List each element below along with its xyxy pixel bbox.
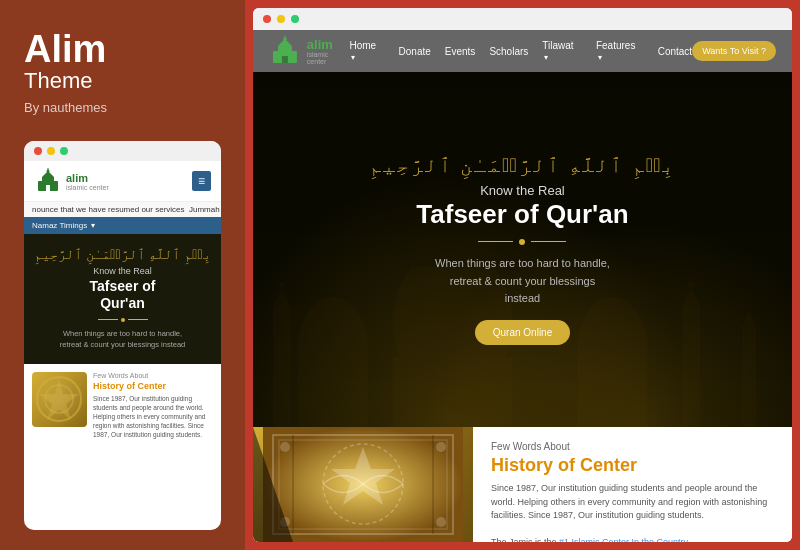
nav-donate[interactable]: Donate xyxy=(399,46,431,57)
dot-red xyxy=(34,147,42,155)
mobile-tafseer-title: Tafseer ofQur'an xyxy=(32,278,213,312)
dot-yellow xyxy=(47,147,55,155)
bottom-text-content: Few Words About History of Center Since … xyxy=(473,427,792,542)
hero-tafseer-title: Tafseer of Qur'an xyxy=(369,200,677,229)
brand-title: Alim xyxy=(24,30,221,68)
browser-dot-green xyxy=(291,15,299,23)
mobile-history-text: Few Words About History of Center Since … xyxy=(93,372,213,439)
desktop-nav: alim islamic center Home ▾ Donate Events… xyxy=(253,30,792,72)
svg-rect-3 xyxy=(46,185,50,191)
svg-rect-1 xyxy=(42,177,54,182)
mobile-history-desc: Since 1987, Our institution guiding stud… xyxy=(93,394,213,439)
hero-content: بِسۡمِ ٱللَّهِ ٱلرَّحۡمَـٰنِ ٱلرَّحِيمِ … xyxy=(369,154,677,344)
history-description: Since 1987, Our institution guiding stud… xyxy=(491,482,774,542)
nav-scholars[interactable]: Scholars xyxy=(489,46,528,57)
mobile-arabic-text: بِسۡمِ ٱللَّهِ ٱلرَّحۡمَـٰنِ ٱلرَّحِيمِ xyxy=(32,246,213,262)
svg-marker-8 xyxy=(39,378,79,420)
hero-divider-right xyxy=(531,241,566,242)
hero-section: بِسۡمِ ٱللَّهِ ٱلرَّحۡمَـٰنِ ٱلرَّحِيمِ … xyxy=(253,72,792,427)
desktop-logo-tagline: islamic center xyxy=(307,51,350,65)
mobile-bottom-section: Few Words About History of Center Since … xyxy=(24,364,221,447)
svg-point-33 xyxy=(280,442,290,452)
quran-online-button[interactable]: Quran Online xyxy=(475,320,570,345)
desktop-mosque-icon xyxy=(269,35,301,67)
svg-rect-12 xyxy=(282,56,288,63)
mobile-hero-section: بِسۡمِ ٱللَّهِ ٱلرَّحۡمَـٰنِ ٱلرَّحِيمِ … xyxy=(24,234,221,364)
bottom-section: Few Words About History of Center Since … xyxy=(253,427,792,542)
ornament-svg xyxy=(32,372,87,427)
browser-dot-yellow xyxy=(277,15,285,23)
wants-to-visit-button[interactable]: Wants To Visit ? xyxy=(692,41,776,61)
history-ornament-image xyxy=(253,427,473,542)
history-title: History of Center xyxy=(491,455,774,476)
brand-section: Alim Theme By nauthemes xyxy=(24,30,221,137)
mosque-icon xyxy=(34,167,62,195)
mobile-preview: alim islamic center ≡ nounce that we hav… xyxy=(24,141,221,530)
nav-events[interactable]: Events xyxy=(445,46,476,57)
desktop-logo-texts: alim islamic center xyxy=(307,38,350,65)
svg-point-34 xyxy=(436,442,446,452)
browser-dot-red xyxy=(263,15,271,23)
nav-features[interactable]: Features ▾ xyxy=(596,40,644,62)
namaz-label: Namaz Timings xyxy=(32,221,87,230)
mobile-history-title: History of Center xyxy=(93,381,213,391)
mobile-ticker: nounce that we have resumed our services… xyxy=(24,202,221,217)
nav-contact[interactable]: Contact xyxy=(658,46,692,57)
right-panel: alim islamic center Home ▾ Donate Events… xyxy=(245,0,800,550)
desktop-nav-links: Home ▾ Donate Events Scholars Tilawat ▾ … xyxy=(349,40,692,62)
dot-green xyxy=(60,147,68,155)
svg-rect-10 xyxy=(278,46,292,52)
hero-divider xyxy=(369,239,677,245)
left-sidebar: Alim Theme By nauthemes xyxy=(0,0,245,550)
history-desc-link: The Jamic is the #1 Islamic Center In th… xyxy=(491,537,688,542)
svg-point-36 xyxy=(436,517,446,527)
mobile-ornament-image xyxy=(32,372,87,427)
divider-line-right xyxy=(128,319,148,320)
arabic-calligraphy: بِسۡمِ ٱللَّهِ ٱلرَّحۡمَـٰنِ ٱلرَّحِيمِ xyxy=(369,154,677,177)
divider-center-dot xyxy=(121,318,125,322)
nav-home[interactable]: Home ▾ xyxy=(349,40,384,62)
brand-subtitle: Theme xyxy=(24,68,221,94)
mobile-logo: alim islamic center xyxy=(34,167,109,195)
mobile-know-text: Know the Real xyxy=(32,266,213,276)
namaz-caret: ▾ xyxy=(91,221,95,230)
desktop-logo-name: alim xyxy=(307,38,350,51)
browser-bar xyxy=(253,8,792,30)
mobile-divider xyxy=(32,318,213,322)
mobile-few-words: Few Words About xyxy=(93,372,213,379)
browser-window: alim islamic center Home ▾ Donate Events… xyxy=(253,8,792,542)
desktop-logo: alim islamic center xyxy=(269,35,349,67)
mobile-nav: alim islamic center ≡ xyxy=(24,161,221,202)
hero-divider-left xyxy=(478,241,513,242)
svg-point-7 xyxy=(45,385,73,413)
hero-divider-dot xyxy=(519,239,525,245)
hamburger-button[interactable]: ≡ xyxy=(192,171,211,191)
mobile-logo-tagline: islamic center xyxy=(66,184,109,191)
mobile-namaz-timings[interactable]: Namaz Timings ▾ xyxy=(24,217,221,234)
divider-line-left xyxy=(98,319,118,320)
brand-by: By nauthemes xyxy=(24,100,221,115)
mobile-tagline: When things are too hard to handle,retre… xyxy=(32,328,213,351)
svg-point-6 xyxy=(37,377,81,421)
mobile-logo-name: alim xyxy=(66,172,109,184)
hero-tagline: When things are too hard to handle, retr… xyxy=(392,255,652,308)
mobile-browser-bar xyxy=(24,141,221,161)
nav-tilawat[interactable]: Tilawat ▾ xyxy=(542,40,582,62)
few-words-label: Few Words About xyxy=(491,441,774,452)
hero-know-text: Know the Real xyxy=(369,183,677,198)
